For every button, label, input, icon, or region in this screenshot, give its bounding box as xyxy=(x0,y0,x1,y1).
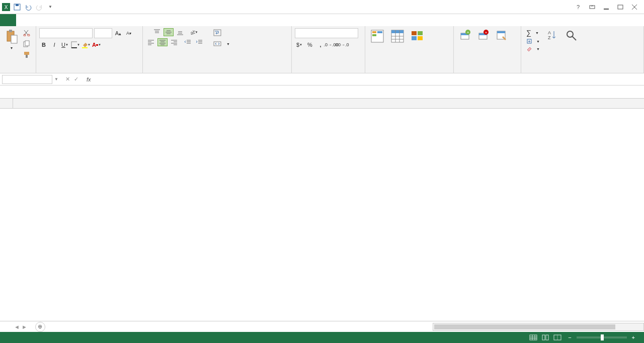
svg-rect-75 xyxy=(497,31,505,33)
eraser-icon xyxy=(526,46,532,52)
svg-rect-4 xyxy=(590,6,595,9)
fill-color-icon[interactable]: ▼ xyxy=(82,40,91,49)
clear-button[interactable]: ▼ xyxy=(524,45,542,52)
svg-rect-64 xyxy=(412,36,417,40)
svg-rect-10 xyxy=(9,30,12,32)
merge-center-button[interactable]: ▼ xyxy=(210,39,233,48)
fb-cancel-icon[interactable]: ✕ xyxy=(65,76,70,82)
select-all-corner[interactable] xyxy=(0,99,13,108)
align-bottom-icon[interactable] xyxy=(175,28,185,36)
font-family-select[interactable] xyxy=(39,28,93,38)
ribbon-opts-icon[interactable] xyxy=(589,4,596,11)
percent-icon[interactable]: % xyxy=(305,40,314,49)
zoom-out-icon[interactable]: − xyxy=(568,334,571,340)
zoom-slider[interactable] xyxy=(577,336,627,338)
svg-rect-11 xyxy=(11,35,17,43)
svg-rect-57 xyxy=(391,30,404,33)
svg-text:X: X xyxy=(5,5,8,10)
insert-cells-button[interactable]: + xyxy=(457,28,473,72)
sheet-nav-next-icon[interactable]: ► xyxy=(22,324,27,330)
format-painter-icon[interactable] xyxy=(22,50,31,59)
fill-icon xyxy=(526,38,532,44)
cell-styles-button[interactable] xyxy=(409,28,427,72)
svg-rect-51 xyxy=(214,42,221,46)
wrap-icon xyxy=(213,29,221,36)
border-icon[interactable]: ▼ xyxy=(71,40,80,49)
minimize-icon[interactable] xyxy=(603,4,610,11)
wrap-text-button[interactable] xyxy=(210,28,226,37)
svg-rect-54 xyxy=(372,34,376,36)
merge-icon xyxy=(213,40,221,47)
view-pagebreak-icon[interactable] xyxy=(552,333,563,341)
svg-text:+: + xyxy=(467,30,469,35)
sort-filter-button[interactable]: AZ xyxy=(544,28,561,72)
view-pagelayout-icon[interactable] xyxy=(540,333,551,341)
view-normal-icon[interactable] xyxy=(528,333,539,341)
format-table-button[interactable] xyxy=(388,28,407,72)
sigma-icon: ∑ xyxy=(526,29,531,37)
save-icon[interactable] xyxy=(13,3,21,11)
align-left-icon[interactable] xyxy=(146,38,156,46)
number-format-select[interactable] xyxy=(295,28,358,38)
font-color-icon[interactable]: A▼ xyxy=(92,40,101,49)
fill-button[interactable]: ▼ xyxy=(524,38,542,45)
delete-cells-button[interactable]: × xyxy=(475,28,491,72)
maximize-icon[interactable] xyxy=(617,4,624,11)
name-box[interactable] xyxy=(2,75,52,84)
svg-rect-17 xyxy=(26,55,28,58)
horizontal-scrollbar[interactable] xyxy=(433,323,644,331)
zoom-in-icon[interactable]: + xyxy=(632,334,635,340)
svg-rect-63 xyxy=(418,31,423,35)
find-icon xyxy=(565,29,578,42)
add-sheet-button[interactable]: ⊕ xyxy=(35,322,45,332)
italic-icon[interactable]: I xyxy=(50,40,59,49)
svg-rect-65 xyxy=(418,36,423,40)
svg-rect-20 xyxy=(82,47,88,48)
close-icon[interactable] xyxy=(631,4,638,11)
undo-icon[interactable] xyxy=(24,3,32,11)
bold-icon[interactable]: B xyxy=(39,40,48,49)
delete-icon: × xyxy=(477,29,489,41)
font-size-select[interactable] xyxy=(94,28,112,38)
sort-icon: AZ xyxy=(546,29,559,42)
qat-dropdown-icon[interactable]: ▼ xyxy=(46,3,54,11)
format-cells-button[interactable] xyxy=(493,28,509,72)
formula-input[interactable] xyxy=(94,74,644,84)
increase-font-icon[interactable]: A▴ xyxy=(114,29,123,38)
svg-rect-55 xyxy=(377,31,382,33)
svg-text:A: A xyxy=(548,30,551,35)
cond-format-icon xyxy=(370,29,384,43)
cell-styles-icon xyxy=(411,29,425,43)
cut-icon[interactable] xyxy=(22,28,31,37)
redo-icon[interactable] xyxy=(35,3,43,11)
align-top-icon[interactable] xyxy=(152,28,162,36)
increase-indent-icon[interactable] xyxy=(194,38,204,46)
insert-icon: + xyxy=(459,29,471,41)
align-right-icon[interactable] xyxy=(169,38,179,46)
autosum-button[interactable]: ∑▼ xyxy=(524,28,541,37)
currency-icon[interactable]: $▼ xyxy=(295,40,304,49)
find-select-button[interactable] xyxy=(563,28,580,72)
copy-icon[interactable] xyxy=(22,39,31,48)
conditional-formatting-button[interactable] xyxy=(368,28,386,72)
align-center-icon[interactable] xyxy=(157,38,168,46)
svg-rect-50 xyxy=(214,30,221,36)
paste-button[interactable]: ▼ xyxy=(3,28,20,72)
file-tab[interactable] xyxy=(0,14,16,26)
svg-rect-15 xyxy=(25,41,29,46)
decrease-font-icon[interactable]: A▾ xyxy=(124,29,133,38)
svg-text:ab: ab xyxy=(189,29,195,36)
decrease-decimal-icon[interactable]: .00→.0 xyxy=(337,40,346,49)
svg-rect-3 xyxy=(16,4,19,6)
fx-icon[interactable]: fx xyxy=(84,76,94,82)
fb-enter-icon[interactable]: ✓ xyxy=(74,76,78,82)
underline-icon[interactable]: U▼ xyxy=(60,40,69,49)
format-icon xyxy=(495,29,507,41)
help-icon[interactable]: ? xyxy=(575,4,582,11)
orientation-icon[interactable]: ab▼ xyxy=(189,28,199,36)
excel-icon: X xyxy=(2,3,10,11)
sheet-nav-prev-icon[interactable]: ◄ xyxy=(14,324,20,330)
align-middle-icon[interactable] xyxy=(164,28,174,36)
signin-link[interactable] xyxy=(634,14,644,26)
decrease-indent-icon[interactable] xyxy=(183,38,193,46)
